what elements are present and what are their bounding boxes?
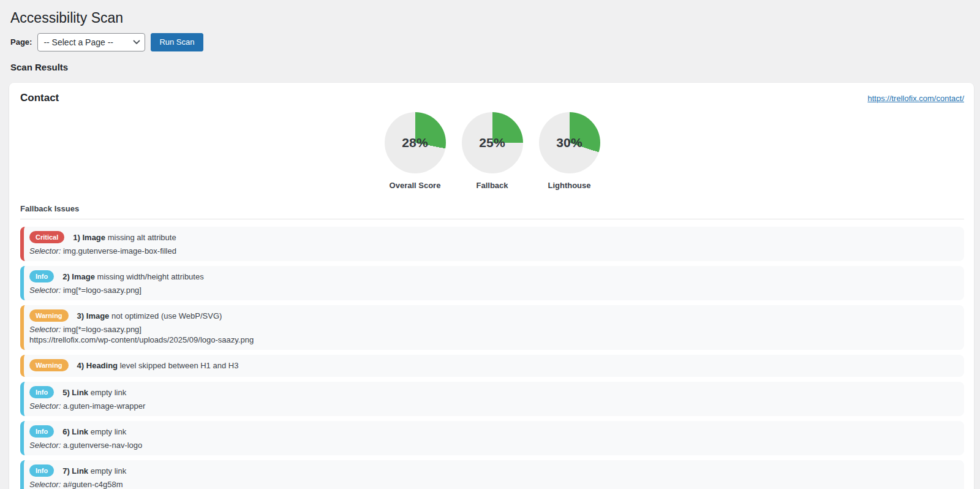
selector-value: img.gutenverse-image-box-filled	[63, 246, 176, 256]
selector-value: img[*=logo-saazy.png]	[63, 286, 141, 295]
scan-controls: Page: -- Select a Page -- Run Scan	[10, 33, 968, 51]
score-label: Overall Score	[385, 181, 446, 190]
issue-description: 1) Image missing alt attribute	[73, 233, 176, 242]
page-select-wrap: -- Select a Page --	[37, 33, 145, 51]
scan-results-heading: Scan Results	[10, 62, 968, 72]
selector-label: Selector:	[29, 325, 61, 334]
issue-number-element: 6) Link	[62, 427, 88, 436]
issue-selector: Selector: a.guten-image-wrapper	[29, 401, 954, 411]
issues-section-heading: Fallback Issues	[20, 204, 964, 213]
score-chart: 25% Fallback	[462, 112, 523, 190]
scanned-page-url-link[interactable]: https://trellofix.com/contact/	[867, 94, 964, 103]
score-percentage: 28%	[385, 112, 446, 173]
pie-chart: 25%	[462, 112, 523, 173]
page-select-label: Page:	[10, 37, 32, 47]
scan-result-card: Contact https://trellofix.com/contact/ 2…	[9, 83, 974, 489]
selector-label: Selector:	[29, 441, 61, 450]
selector-label: Selector:	[29, 286, 61, 295]
score-chart: 30% Lighthouse	[539, 112, 600, 190]
score-percentage: 25%	[462, 112, 523, 173]
issue-description: 7) Link empty link	[62, 466, 126, 476]
issue-selector: Selector: a#guten-c4g58m	[29, 479, 954, 489]
score-label: Fallback	[462, 181, 523, 190]
issue-selector: Selector: img.gutenverse-image-box-fille…	[29, 246, 954, 256]
issue-number-element: 7) Link	[62, 466, 88, 476]
issue-number-element: 4) Heading	[77, 361, 118, 370]
issues-list: Critical 1) Image missing alt attribute …	[20, 227, 964, 489]
score-chart: 28% Overall Score	[385, 112, 446, 190]
issue-description: 4) Heading level skipped between H1 and …	[77, 361, 239, 370]
severity-badge: Warning	[29, 359, 69, 371]
issue-selector: Selector: img[*=logo-saazy.png]	[29, 324, 954, 335]
score-label: Lighthouse	[539, 181, 600, 190]
issue-selector: Selector: a.gutenverse-nav-logo	[29, 440, 954, 450]
selector-label: Selector:	[29, 401, 61, 411]
severity-badge: Info	[29, 464, 54, 477]
issue-description: 2) Image missing width/height attributes	[62, 272, 204, 281]
issue-number-element: 1) Image	[73, 233, 105, 242]
issue-row: Info 5) Link empty link Selector: a.gute…	[20, 382, 964, 416]
issue-number-element: 2) Image	[62, 272, 95, 281]
score-percentage: 30%	[539, 112, 600, 173]
page-select[interactable]: -- Select a Page --	[37, 33, 145, 51]
issue-description: 3) Image not optimized (use WebP/SVG)	[77, 311, 222, 320]
issue-selector: Selector: img[*=logo-saazy.png]	[29, 285, 954, 295]
issue-row: Warning 4) Heading level skipped between…	[20, 355, 964, 377]
issue-detail: empty link	[91, 427, 127, 436]
score-charts: 28% Overall Score 25% Fallback 30% Light…	[20, 112, 964, 190]
run-scan-button[interactable]: Run Scan	[151, 33, 203, 51]
pie-chart: 30%	[539, 112, 600, 173]
divider	[20, 219, 964, 219]
selector-label: Selector:	[29, 246, 61, 256]
issue-number-element: 3) Image	[77, 311, 110, 320]
issue-description: 5) Link empty link	[62, 388, 126, 397]
issue-row: Warning 3) Image not optimized (use WebP…	[20, 305, 964, 350]
severity-badge: Info	[29, 270, 54, 282]
selector-value: a.guten-image-wrapper	[63, 401, 145, 411]
issue-detail: missing width/height attributes	[97, 272, 204, 281]
issue-detail: not optimized (use WebP/SVG)	[111, 311, 222, 320]
severity-badge: Info	[29, 386, 54, 398]
issue-detail: empty link	[91, 388, 127, 397]
issue-number-element: 5) Link	[62, 388, 88, 397]
selector-label: Selector:	[29, 480, 61, 489]
issue-detail: missing alt attribute	[108, 233, 176, 242]
admin-page: Accessibility Scan Page: -- Select a Pag…	[0, 0, 980, 72]
selector-value: img[*=logo-saazy.png]	[63, 325, 141, 334]
issue-extra-url: https://trellofix.com/wp-content/uploads…	[29, 335, 954, 345]
card-header: Contact https://trellofix.com/contact/	[20, 92, 964, 104]
severity-badge: Warning	[29, 309, 69, 322]
selector-value: a.gutenverse-nav-logo	[63, 441, 142, 450]
issue-row: Critical 1) Image missing alt attribute …	[20, 227, 964, 261]
pie-chart: 28%	[385, 112, 446, 173]
scanned-page-title: Contact	[20, 92, 59, 104]
selector-value: a#guten-c4g58m	[63, 480, 123, 489]
issue-row: Info 7) Link empty link Selector: a#gute…	[20, 460, 964, 489]
issue-detail: level skipped between H1 and H3	[120, 361, 239, 370]
issue-detail: empty link	[91, 466, 127, 476]
severity-badge: Critical	[29, 231, 64, 243]
severity-badge: Info	[29, 425, 54, 438]
issue-description: 6) Link empty link	[62, 427, 126, 436]
issue-row: Info 2) Image missing width/height attri…	[20, 266, 964, 300]
page-title: Accessibility Scan	[10, 9, 968, 28]
issue-row: Info 6) Link empty link Selector: a.gute…	[20, 421, 964, 455]
